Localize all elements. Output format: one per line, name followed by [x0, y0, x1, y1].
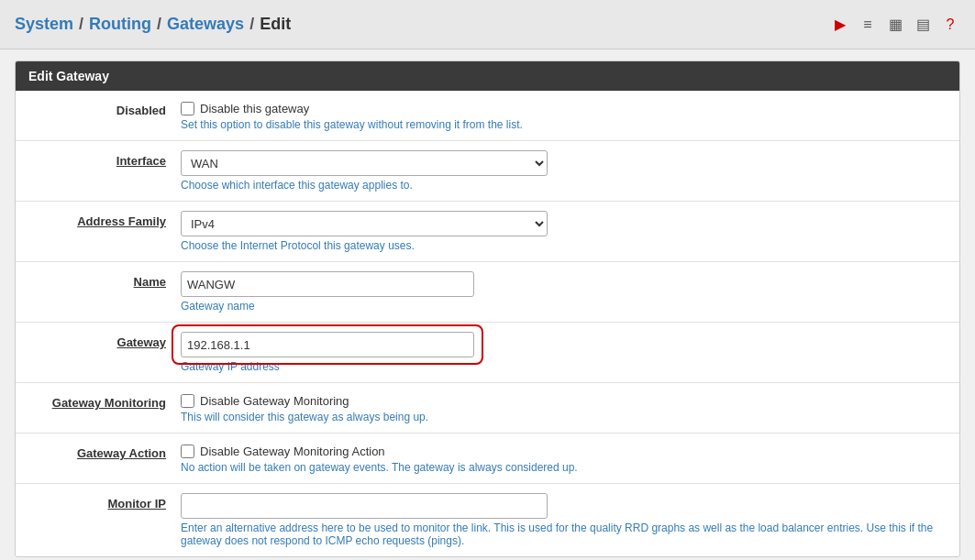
- breadcrumb-routing[interactable]: Routing: [89, 15, 151, 34]
- monitor-ip-row: Monitor IP Enter an alternative address …: [16, 484, 959, 556]
- gateway-monitoring-checkbox[interactable]: [181, 394, 194, 408]
- address-family-row: Address Family IPv4 IPv6 Choose the Inte…: [16, 202, 959, 262]
- interface-content: WAN LAN OPT1 Choose which interface this…: [181, 150, 959, 192]
- grid-icon[interactable]: ▤: [913, 15, 933, 35]
- name-label-cell: Name: [16, 271, 181, 289]
- disabled-hint: Set this option to disable this gateway …: [181, 118, 945, 131]
- gateway-monitoring-label[interactable]: Gateway Monitoring: [52, 396, 166, 410]
- gateway-content: Gateway IP address: [181, 332, 959, 373]
- lines-icon[interactable]: ≡: [858, 15, 878, 35]
- name-content: Gateway name: [181, 271, 959, 313]
- gateway-label[interactable]: Gateway: [117, 335, 166, 349]
- gateway-action-hint: No action will be taken on gateway event…: [181, 461, 945, 474]
- gateway-monitoring-hint: This will consider this gateway as alway…: [181, 411, 945, 423]
- interface-select[interactable]: WAN LAN OPT1: [181, 150, 548, 176]
- sep1: /: [79, 15, 83, 34]
- name-input[interactable]: [181, 271, 474, 297]
- card-header: Edit Gateway: [16, 61, 959, 91]
- gateway-action-checkbox[interactable]: [181, 445, 194, 458]
- monitor-ip-label-cell: Monitor IP: [16, 493, 181, 511]
- name-hint: Gateway name: [181, 300, 945, 313]
- monitor-ip-label[interactable]: Monitor IP: [107, 497, 166, 511]
- sep3: /: [249, 15, 254, 34]
- monitor-ip-content: Enter an alternative address here to be …: [181, 493, 959, 547]
- interface-label[interactable]: Interface: [116, 154, 166, 168]
- disabled-checkbox[interactable]: [181, 102, 194, 115]
- gateway-monitoring-row: Gateway Monitoring Disable Gateway Monit…: [16, 383, 959, 434]
- name-label[interactable]: Name: [134, 275, 166, 289]
- gateway-input[interactable]: [181, 332, 474, 357]
- topbar: System / Routing / Gateways / Edit ▶ ≡ ▦…: [0, 0, 975, 49]
- disabled-row: Disabled Disable this gateway Set this o…: [16, 91, 959, 141]
- gateway-action-label-cell: Gateway Action: [16, 443, 181, 460]
- breadcrumb-system[interactable]: System: [15, 15, 73, 34]
- gateway-highlight: [181, 332, 474, 357]
- disabled-content: Disable this gateway Set this option to …: [181, 100, 959, 131]
- address-family-select[interactable]: IPv4 IPv6: [181, 211, 548, 236]
- gateway-action-label[interactable]: Gateway Action: [77, 446, 166, 460]
- gateway-monitoring-content: Disable Gateway Monitoring This will con…: [181, 392, 959, 423]
- disabled-checkbox-label: Disable this gateway: [200, 102, 309, 115]
- interface-row: Interface WAN LAN OPT1 Choose which inte…: [16, 141, 959, 202]
- chart-icon[interactable]: ▦: [885, 15, 905, 35]
- name-row: Name Gateway name: [16, 262, 959, 323]
- play-icon[interactable]: ▶: [830, 15, 850, 35]
- interface-hint: Choose which interface this gateway appl…: [181, 179, 945, 192]
- breadcrumb-gateways[interactable]: Gateways: [167, 15, 244, 34]
- interface-label-cell: Interface: [16, 150, 181, 168]
- monitor-ip-input[interactable]: [181, 493, 548, 519]
- sep2: /: [157, 15, 161, 34]
- address-family-label-cell: Address Family: [16, 211, 181, 228]
- gateway-action-row: Gateway Action Disable Gateway Monitorin…: [16, 434, 959, 484]
- address-family-content: IPv4 IPv6 Choose the Internet Protocol t…: [181, 211, 959, 252]
- edit-gateway-card: Edit Gateway Disabled Disable this gatew…: [15, 60, 960, 557]
- disabled-label: Disabled: [16, 100, 181, 117]
- gateway-monitoring-label-cell: Gateway Monitoring: [16, 392, 181, 410]
- gateway-label-cell: Gateway: [16, 332, 181, 349]
- breadcrumb-edit: Edit: [260, 15, 291, 34]
- monitor-ip-hint: Enter an alternative address here to be …: [181, 522, 945, 547]
- help-icon[interactable]: ?: [940, 15, 960, 35]
- gateway-hint: Gateway IP address: [181, 360, 945, 373]
- gateway-row: Gateway Gateway IP address: [16, 323, 959, 383]
- topbar-icons: ▶ ≡ ▦ ▤ ?: [830, 15, 960, 35]
- address-family-label[interactable]: Address Family: [77, 214, 166, 228]
- gateway-action-content: Disable Gateway Monitoring Action No act…: [181, 443, 959, 474]
- breadcrumb: System / Routing / Gateways / Edit: [15, 15, 291, 34]
- gateway-action-checkbox-label: Disable Gateway Monitoring Action: [200, 445, 385, 458]
- main: Edit Gateway Disabled Disable this gatew…: [0, 49, 975, 560]
- address-family-hint: Choose the Internet Protocol this gatewa…: [181, 239, 945, 252]
- gateway-monitoring-checkbox-label: Disable Gateway Monitoring: [200, 394, 349, 408]
